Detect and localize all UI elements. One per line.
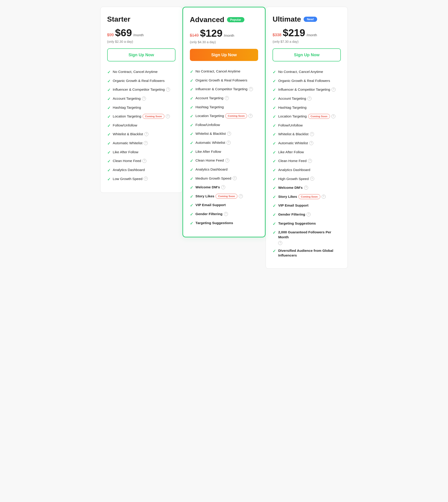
feature-label: Story Likes xyxy=(278,194,297,199)
feature-item: ✓VIP Email Support xyxy=(272,201,341,210)
help-icon[interactable]: ? xyxy=(278,241,282,245)
help-icon[interactable]: ? xyxy=(239,194,243,198)
feature-label: Like After Follow xyxy=(278,150,304,154)
feature-label: Hashtag Targeting xyxy=(113,105,141,110)
help-icon[interactable]: ? xyxy=(310,132,314,136)
feature-text-wrap: Hashtag Targeting xyxy=(195,105,224,110)
feature-text-wrap: Follow/Unfollow xyxy=(113,123,137,128)
price-original: $99 xyxy=(107,33,114,37)
help-icon[interactable]: ? xyxy=(307,96,311,101)
signup-button-starter[interactable]: Sign Up Now xyxy=(107,48,176,61)
feature-text-wrap: Account Targeting? xyxy=(113,96,146,101)
feature-label: Account Targeting xyxy=(278,96,306,101)
feature-item: ✓Targeting Suggestions xyxy=(272,219,341,228)
check-icon: ✓ xyxy=(107,150,111,155)
help-icon[interactable]: ? xyxy=(227,132,231,136)
help-icon[interactable]: ? xyxy=(310,177,314,181)
coming-soon-badge: Coming Soon xyxy=(225,113,247,118)
feature-item: ✓Follow/Unfollow xyxy=(107,121,176,130)
plan-header: Starter xyxy=(107,15,176,23)
feature-text-wrap: High Growth Speed? xyxy=(278,176,314,181)
signup-button-ultimate[interactable]: Sign Up Now xyxy=(272,48,341,61)
price-row: $149$129/month xyxy=(190,28,258,39)
check-icon: ✓ xyxy=(190,158,193,164)
feature-text-wrap: Clean Home Feed? xyxy=(278,158,312,163)
price-current: $69 xyxy=(115,27,132,38)
feature-label: Organic Growth & Real Followers xyxy=(113,78,165,83)
feature-item: ✓Like After Follow xyxy=(190,148,258,157)
help-icon[interactable]: ? xyxy=(306,213,311,216)
help-icon[interactable]: ? xyxy=(233,176,237,180)
plan-title-advanced: Advanced xyxy=(190,15,224,24)
coming-soon-badge: Coming Soon xyxy=(298,194,320,199)
help-icon[interactable]: ? xyxy=(142,159,146,163)
help-icon[interactable]: ? xyxy=(304,186,308,190)
feature-text-wrap: Influencer & Competitor Targeting? xyxy=(278,87,336,92)
check-icon: ✓ xyxy=(272,150,276,155)
check-icon: ✓ xyxy=(190,87,193,92)
coming-soon-badge: Coming Soon xyxy=(308,114,330,119)
help-icon[interactable]: ? xyxy=(144,141,148,145)
help-icon[interactable]: ? xyxy=(249,87,253,91)
feature-label: Influencer & Competitor Targeting xyxy=(195,87,248,91)
help-icon[interactable]: ? xyxy=(225,96,229,100)
help-icon[interactable]: ? xyxy=(142,96,146,101)
feature-item: ✓Organic Growth & Real Followers xyxy=(190,76,258,85)
signup-button-advanced[interactable]: Sign Up Now xyxy=(190,49,258,61)
plan-card-advanced: AdvancedPopular$149$129/month(only $4.30… xyxy=(182,7,266,237)
feature-item: ✓Diversified Audience from Global Influe… xyxy=(272,247,341,259)
price-daily: (only $4.30 a day) xyxy=(190,40,258,44)
feature-text-wrap: Follow/Unfollow xyxy=(195,122,220,127)
check-icon: ✓ xyxy=(272,203,276,209)
plan-header: AdvancedPopular xyxy=(190,15,258,24)
check-icon: ✓ xyxy=(190,212,193,217)
help-icon[interactable]: ? xyxy=(331,114,335,118)
help-icon[interactable]: ? xyxy=(221,185,225,189)
check-icon: ✓ xyxy=(272,168,276,173)
feature-item: ✓Account Targeting? xyxy=(272,94,341,104)
features-list-starter: ✓No Contract, Cancel Anytime✓Organic Gro… xyxy=(107,68,176,184)
check-icon: ✓ xyxy=(272,159,276,164)
check-icon: ✓ xyxy=(107,159,111,164)
feature-item: ✓Automatic Whitelist? xyxy=(272,139,341,148)
feature-item: ✓Influencer & Competitor Targeting? xyxy=(190,85,258,94)
feature-item: ✓Gender Filtering? xyxy=(190,210,258,219)
plan-badge-ultimate: New! xyxy=(304,17,317,22)
feature-label: Automatic Whitelist xyxy=(195,140,225,145)
feature-text-wrap: Story LikesComing Soon? xyxy=(195,194,243,199)
feature-text-wrap: Welcome DM's? xyxy=(278,185,308,190)
check-icon: ✓ xyxy=(272,194,276,200)
help-icon[interactable]: ? xyxy=(144,132,148,136)
help-icon[interactable]: ? xyxy=(166,114,170,118)
help-icon[interactable]: ? xyxy=(227,141,231,145)
check-icon: ✓ xyxy=(190,105,193,110)
help-icon[interactable]: ? xyxy=(225,158,229,163)
check-icon: ✓ xyxy=(107,132,111,137)
feature-text-wrap: Influencer & Competitor Targeting? xyxy=(113,87,170,92)
feature-text-wrap: Targeting Suggestions xyxy=(195,221,233,226)
feature-item: ✓Analytics Dashboard xyxy=(190,165,258,174)
plan-badge-advanced: Popular xyxy=(227,17,244,22)
feature-item: ✓Hashtag Targeting xyxy=(272,104,341,112)
feature-label: Low Growth Speed xyxy=(113,176,143,181)
help-icon[interactable]: ? xyxy=(309,141,313,145)
help-icon[interactable]: ? xyxy=(332,88,336,91)
help-icon[interactable]: ? xyxy=(166,88,170,91)
feature-item: ✓Analytics Dashboard xyxy=(272,166,341,175)
feature-label: Influencer & Competitor Targeting xyxy=(113,87,165,92)
feature-item: ✓Story LikesComing Soon? xyxy=(190,192,258,201)
feature-label: Follow/Unfollow xyxy=(195,122,220,127)
feature-text-wrap: Analytics Dashboard xyxy=(195,167,227,172)
check-icon: ✓ xyxy=(107,114,111,120)
help-icon[interactable]: ? xyxy=(248,114,253,118)
help-icon[interactable]: ? xyxy=(322,195,326,199)
check-icon: ✓ xyxy=(272,212,276,218)
help-icon[interactable]: ? xyxy=(224,212,228,216)
check-icon: ✓ xyxy=(190,149,193,155)
help-icon[interactable]: ? xyxy=(308,159,312,163)
help-icon[interactable]: ? xyxy=(144,177,148,181)
check-icon: ✓ xyxy=(190,123,193,128)
feature-item: ✓Low Growth Speed? xyxy=(107,175,176,184)
check-icon: ✓ xyxy=(107,141,111,147)
check-icon: ✓ xyxy=(190,221,193,226)
